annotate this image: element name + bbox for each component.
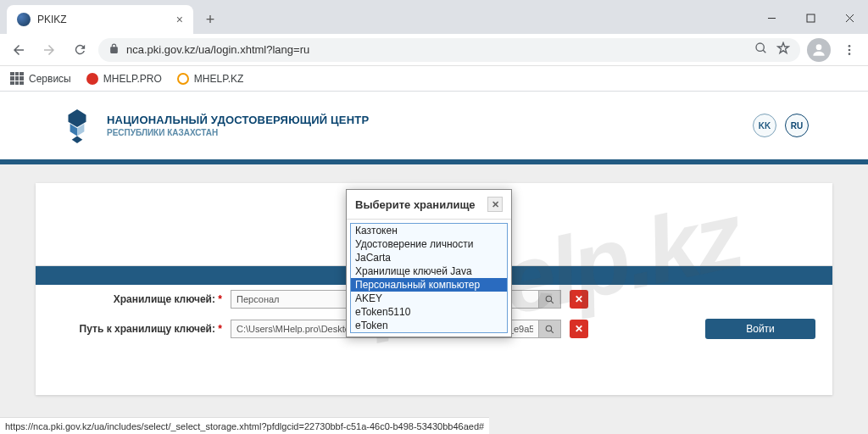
- svg-line-17: [551, 331, 554, 333]
- bookmark-favicon-icon: [177, 73, 189, 85]
- storage-listbox[interactable]: КазтокенУдостоверение личностиJaCartaХра…: [350, 223, 508, 333]
- profile-avatar[interactable]: [807, 38, 831, 62]
- dialog-close-button[interactable]: ✕: [487, 197, 503, 212]
- site-subtitle: РЕСПУБЛИКИ КАЗАХСТАН: [107, 128, 369, 137]
- site-logo[interactable]: НАЦИОНАЛЬНЫЙ УДОСТОВЕРЯЮЩИЙ ЦЕНТР РЕСПУБ…: [59, 108, 369, 143]
- forward-button[interactable]: [37, 38, 61, 62]
- path-search-button[interactable]: [539, 320, 561, 338]
- url-text: nca.pki.gov.kz/ua/login.xhtml?lang=ru: [126, 43, 309, 56]
- menu-button[interactable]: [837, 38, 861, 62]
- new-tab-button[interactable]: +: [198, 8, 222, 31]
- close-tab-icon[interactable]: ×: [176, 13, 183, 26]
- storage-search-button[interactable]: [539, 290, 561, 309]
- storage-option[interactable]: Хранилище ключей Java: [351, 264, 507, 278]
- bookmark-favicon-icon: [86, 73, 98, 85]
- bookmark-apps[interactable]: Сервисы: [10, 72, 71, 86]
- bookmark-mhelp-kz[interactable]: MHELP.KZ: [177, 73, 243, 85]
- apps-icon: [10, 72, 24, 86]
- path-clear-button[interactable]: ✕: [570, 320, 588, 338]
- maximize-button[interactable]: [792, 5, 829, 31]
- svg-point-4: [756, 43, 764, 51]
- storage-label: Хранилище ключей:: [114, 293, 215, 305]
- logo-icon: [59, 108, 95, 143]
- svg-point-7: [849, 45, 851, 47]
- lang-ru-button[interactable]: RU: [785, 114, 809, 137]
- storage-clear-button[interactable]: ✕: [570, 290, 588, 309]
- reload-button[interactable]: [68, 38, 92, 62]
- favicon-icon: [17, 13, 31, 26]
- close-window-button[interactable]: [831, 5, 868, 31]
- apps-label: Сервисы: [29, 73, 71, 85]
- dialog-title: Выберите хранилище: [355, 198, 476, 211]
- storage-option[interactable]: eToken: [351, 319, 507, 332]
- tab-title: PKIKZ: [37, 14, 67, 25]
- svg-point-16: [546, 326, 552, 331]
- svg-line-15: [551, 301, 554, 303]
- svg-point-14: [546, 296, 552, 302]
- path-label: Путь к хранилищу ключей:: [80, 323, 215, 335]
- lock-icon: [108, 43, 120, 57]
- back-button[interactable]: [7, 38, 31, 62]
- login-button[interactable]: Войти: [705, 319, 815, 339]
- storage-option[interactable]: eToken5110: [351, 305, 507, 319]
- site-title: НАЦИОНАЛЬНЫЙ УДОСТОВЕРЯЮЩИЙ ЦЕНТР: [107, 114, 369, 126]
- storage-option[interactable]: Казтокен: [351, 224, 507, 237]
- star-icon[interactable]: [776, 42, 790, 58]
- storage-select-dialog: Выберите хранилище ✕ КазтокенУдостоверен…: [346, 189, 512, 337]
- minimize-button[interactable]: [753, 5, 790, 31]
- svg-point-9: [849, 53, 851, 55]
- storage-option[interactable]: Удостоверение личности: [351, 237, 507, 251]
- status-bar: https://nca.pki.gov.kz/ua/includes/selec…: [0, 417, 489, 434]
- bookmark-mhelp-pro[interactable]: MHELP.PRO: [86, 73, 162, 85]
- lang-kk-button[interactable]: KK: [753, 114, 776, 137]
- svg-line-5: [763, 50, 765, 53]
- zoom-icon[interactable]: [754, 42, 768, 58]
- browser-tab[interactable]: PKIKZ ×: [7, 5, 193, 34]
- svg-rect-1: [807, 14, 815, 22]
- svg-point-8: [849, 48, 851, 51]
- storage-option[interactable]: JaCarta: [351, 251, 507, 264]
- storage-option[interactable]: AKEY: [351, 292, 507, 305]
- svg-point-6: [816, 44, 822, 50]
- address-bar[interactable]: nca.pki.gov.kz/ua/login.xhtml?lang=ru: [98, 38, 800, 62]
- svg-marker-13: [72, 136, 83, 143]
- storage-option[interactable]: Персональный компьютер: [351, 278, 507, 292]
